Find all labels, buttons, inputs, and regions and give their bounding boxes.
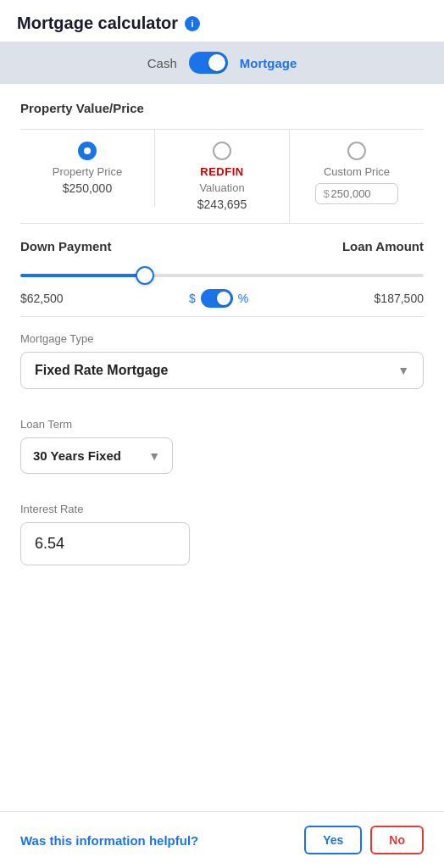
custom-price-option[interactable]: Custom Price $ bbox=[290, 130, 424, 216]
down-payment-section: Down Payment Loan Amount $62,500 $ % $18… bbox=[20, 224, 424, 317]
redfin-valuation-label: Valuation bbox=[199, 181, 244, 194]
redfin-valuation-radio[interactable] bbox=[213, 142, 231, 160]
property-price-option[interactable]: Property Price $250,000 bbox=[20, 130, 155, 207]
dp-unit-toggle-wrap: $ % bbox=[189, 289, 248, 308]
loan-term-arrow: ▼ bbox=[148, 449, 160, 463]
dp-dollar-label: $ bbox=[189, 292, 196, 305]
down-payment-title: Down Payment bbox=[20, 239, 112, 253]
loan-term-select[interactable]: 30 Years Fixed ▼ bbox=[20, 437, 173, 474]
property-price-value: $250,000 bbox=[63, 181, 112, 195]
custom-price-radio[interactable] bbox=[347, 142, 366, 160]
down-payment-amount: $62,500 bbox=[20, 292, 64, 305]
helpful-question: Was this information helpful? bbox=[20, 833, 198, 848]
mortgage-type-arrow: ▼ bbox=[397, 364, 409, 377]
interest-rate-input[interactable] bbox=[20, 522, 190, 565]
toggle-bar: Cash Mortgage bbox=[0, 42, 444, 84]
property-options: Property Price $250,000 Redfin Valuation… bbox=[20, 129, 424, 224]
dp-values-row: $62,500 $ % $187,500 bbox=[20, 289, 424, 308]
dp-unit-toggle[interactable] bbox=[201, 289, 233, 308]
no-button[interactable]: No bbox=[370, 826, 424, 854]
interest-rate-section: Interest Rate bbox=[20, 487, 424, 565]
main-content: Property Value/Price Property Price $250… bbox=[0, 84, 444, 811]
yes-button[interactable]: Yes bbox=[304, 826, 362, 854]
info-icon[interactable]: i bbox=[185, 16, 200, 31]
property-value-title: Property Value/Price bbox=[20, 101, 424, 115]
mortgage-type-select[interactable]: Fixed Rate Mortgage ▼ bbox=[20, 352, 424, 389]
cash-mortgage-toggle[interactable] bbox=[189, 52, 228, 74]
property-price-radio[interactable] bbox=[78, 142, 97, 160]
dp-percent-label: % bbox=[238, 292, 248, 305]
dp-header: Down Payment Loan Amount bbox=[20, 239, 424, 253]
interest-rate-label: Interest Rate bbox=[20, 503, 424, 515]
header: Mortgage calculator i bbox=[0, 0, 444, 42]
mortgage-type-label: Mortgage Type bbox=[20, 332, 424, 345]
page-title: Mortgage calculator bbox=[17, 14, 178, 33]
redfin-valuation-value: $243,695 bbox=[197, 198, 247, 211]
redfin-brand-label: Redfin bbox=[200, 165, 243, 178]
property-price-label: Property Price bbox=[53, 165, 122, 178]
toggle-label-mortgage: Mortgage bbox=[240, 56, 297, 70]
footer-buttons: Yes No bbox=[304, 826, 424, 854]
toggle-label-cash: Cash bbox=[147, 56, 177, 70]
mortgage-type-value: Fixed Rate Mortgage bbox=[35, 363, 168, 378]
custom-dollar-sign: $ bbox=[323, 187, 329, 200]
custom-price-input-wrap: $ bbox=[315, 183, 397, 204]
mortgage-calculator-card: Mortgage calculator i Cash Mortgage Prop… bbox=[0, 0, 444, 868]
loan-term-value: 30 Years Fixed bbox=[33, 448, 121, 463]
redfin-valuation-option[interactable]: Redfin Valuation $243,695 bbox=[155, 130, 290, 223]
down-payment-slider[interactable] bbox=[20, 274, 424, 277]
dp-unit-toggle-thumb bbox=[217, 292, 230, 305]
loan-amount-value: $187,500 bbox=[375, 292, 424, 305]
loan-amount-title: Loan Amount bbox=[342, 239, 424, 253]
loan-term-section: Loan Term 30 Years Fixed ▼ bbox=[20, 403, 424, 474]
loan-term-label: Loan Term bbox=[20, 418, 424, 431]
mortgage-type-section: Mortgage Type Fixed Rate Mortgage ▼ bbox=[20, 317, 424, 389]
footer: Was this information helpful? Yes No bbox=[0, 811, 444, 868]
custom-price-input[interactable] bbox=[331, 187, 391, 200]
custom-price-label: Custom Price bbox=[324, 165, 390, 178]
